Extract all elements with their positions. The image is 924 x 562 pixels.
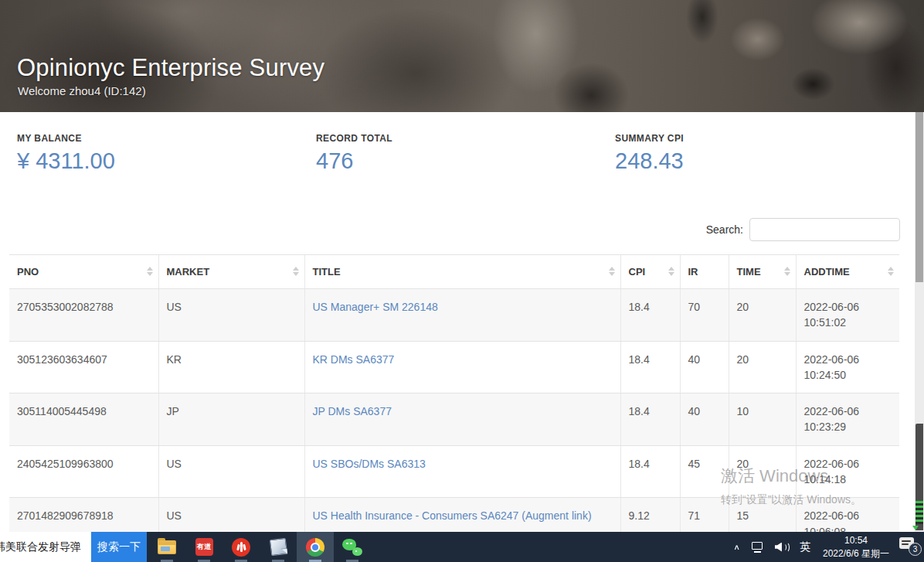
cell-title: JP DMs SA6377 bbox=[304, 393, 620, 446]
download-indicator[interactable] bbox=[916, 424, 923, 530]
column-header-addtime[interactable]: ADDTIME bbox=[796, 255, 899, 289]
stat-value: 248.43 bbox=[615, 148, 914, 174]
taskbar-apps: 有道 bbox=[148, 532, 371, 562]
cell-cpi: 18.4 bbox=[620, 289, 680, 342]
stat-value: ¥ 4311.00 bbox=[17, 148, 316, 174]
taskbar-item-youdao[interactable]: 有道 bbox=[185, 532, 223, 562]
taskbar-item-ximalaya[interactable] bbox=[223, 532, 260, 562]
notification-badge: 3 bbox=[909, 543, 922, 556]
taskbar-search-box[interactable]: 韩美联合发射导弹 bbox=[0, 532, 91, 562]
cell-pno: 2705353002082788 bbox=[9, 289, 158, 342]
cell-cpi: 18.4 bbox=[620, 341, 680, 393]
column-header-pno[interactable]: PNO bbox=[9, 255, 158, 289]
cell-pno: 305114005445498 bbox=[9, 393, 158, 446]
stats-row: MY BALANCE ¥ 4311.00 RECORD TOTAL 476 SU… bbox=[17, 133, 914, 174]
search-label: Search: bbox=[706, 223, 743, 236]
search-input[interactable] bbox=[749, 218, 900, 241]
cell-ir: 40 bbox=[680, 393, 729, 446]
download-arrow-icon bbox=[912, 526, 919, 530]
survey-title-link[interactable]: US Health Insurance - Consumers SA6247 (… bbox=[313, 509, 592, 522]
table-search: Search: bbox=[706, 218, 900, 241]
sort-icon[interactable] bbox=[888, 267, 894, 276]
speaker-icon bbox=[775, 542, 789, 553]
chevron-up-icon: ∧ bbox=[733, 543, 740, 551]
taskbar-item-notepad[interactable] bbox=[260, 532, 297, 562]
table-header-row: PNO MARKET TITLE CPI IR TIME ADDTIME bbox=[9, 255, 899, 289]
sort-icon[interactable] bbox=[609, 267, 615, 276]
cell-title: US SBOs/DMs SA6313 bbox=[304, 445, 620, 498]
tray-language[interactable]: 英 bbox=[794, 532, 816, 562]
stat-value: 476 bbox=[316, 148, 615, 174]
cell-ir: 45 bbox=[680, 445, 729, 498]
tray-network[interactable] bbox=[746, 532, 769, 562]
cell-addtime: 2022-06-06 10:23:29 bbox=[796, 393, 899, 446]
cell-ir: 70 bbox=[680, 289, 729, 342]
table-row: 2705353002082788 US US Manager+ SM 22614… bbox=[9, 289, 899, 342]
survey-title-link[interactable]: JP DMs SA6377 bbox=[313, 405, 392, 417]
cell-addtime: 2022-06-06 10:24:50 bbox=[796, 341, 899, 393]
tray-clock[interactable]: 10:54 2022/6/6 星期一 bbox=[816, 534, 896, 559]
column-header-time[interactable]: TIME bbox=[729, 255, 796, 289]
welcome-text: Welcome zhou4 (ID:142) bbox=[18, 84, 146, 97]
tray-notification-center[interactable]: 3 bbox=[896, 532, 922, 562]
survey-table: PNO MARKET TITLE CPI IR TIME ADDTIME 270… bbox=[9, 254, 899, 550]
page: Opinionyc Enterprise Survey Welcome zhou… bbox=[0, 0, 924, 562]
cell-cpi: 18.4 bbox=[620, 445, 680, 498]
cell-time: 10 bbox=[729, 393, 796, 446]
ximalaya-audio-icon bbox=[232, 538, 250, 557]
column-header-cpi[interactable]: CPI bbox=[620, 255, 680, 289]
cell-cpi: 18.4 bbox=[620, 393, 680, 446]
cell-time: 20 bbox=[729, 289, 796, 342]
file-explorer-icon bbox=[158, 540, 176, 554]
column-header-title[interactable]: TITLE bbox=[304, 255, 620, 289]
stat-my-balance: MY BALANCE ¥ 4311.00 bbox=[17, 133, 316, 174]
stat-summary-cpi: SUMMARY CPI 248.43 bbox=[615, 133, 914, 174]
cell-market: KR bbox=[158, 341, 304, 393]
chrome-browser-icon bbox=[306, 538, 324, 557]
survey-title-link[interactable]: US Manager+ SM 226148 bbox=[313, 301, 438, 313]
taskbar-search-text: 韩美联合发射导弹 bbox=[0, 540, 81, 554]
cell-time: 20 bbox=[729, 341, 796, 393]
cell-pno: 2405425109963800 bbox=[9, 445, 158, 498]
cell-addtime: 2022-06-06 10:51:02 bbox=[796, 289, 899, 342]
survey-title-link[interactable]: US SBOs/DMs SA6313 bbox=[313, 458, 426, 470]
sort-icon[interactable] bbox=[784, 267, 790, 276]
stat-label: MY BALANCE bbox=[17, 133, 316, 144]
sort-icon[interactable] bbox=[668, 267, 674, 276]
stat-label: RECORD TOTAL bbox=[316, 133, 615, 144]
taskbar-search-button[interactable]: 搜索一下 bbox=[91, 532, 147, 562]
notepad-icon bbox=[269, 538, 287, 556]
language-indicator: 英 bbox=[800, 540, 810, 554]
tray-show-hidden-icons[interactable]: ∧ bbox=[728, 532, 746, 562]
sort-icon[interactable] bbox=[293, 267, 299, 276]
cell-market: US bbox=[158, 445, 304, 498]
page-title: Opinionyc Enterprise Survey bbox=[17, 54, 324, 82]
table-row: 305123603634607 KR KR DMs SA6377 18.4 40… bbox=[9, 341, 899, 393]
tray-volume[interactable] bbox=[769, 532, 794, 562]
taskbar-item-file-explorer[interactable] bbox=[148, 532, 185, 562]
scrollbar-thumb[interactable] bbox=[916, 112, 923, 282]
cell-market: JP bbox=[158, 393, 304, 446]
cell-addtime: 2022-06-06 10:14:18 bbox=[796, 445, 899, 498]
taskbar-item-chrome[interactable] bbox=[297, 532, 334, 562]
download-progress-stripes bbox=[916, 501, 923, 524]
column-header-ir[interactable]: IR bbox=[680, 255, 729, 289]
table-row: 305114005445498 JP JP DMs SA6377 18.4 40… bbox=[9, 393, 899, 446]
network-icon bbox=[751, 542, 764, 553]
stat-record-total: RECORD TOTAL 476 bbox=[316, 133, 615, 174]
cell-time: 20 bbox=[729, 445, 796, 498]
system-tray: ∧ 英 10:54 2022/6/6 星期一 bbox=[728, 532, 924, 562]
column-header-market[interactable]: MARKET bbox=[158, 255, 304, 289]
cell-title: US Manager+ SM 226148 bbox=[304, 289, 620, 342]
cell-title: KR DMs SA6377 bbox=[304, 341, 620, 393]
windows-taskbar: 韩美联合发射导弹 搜索一下 有道 bbox=[0, 532, 924, 562]
table-row: 2405425109963800 US US SBOs/DMs SA6313 1… bbox=[9, 445, 899, 498]
cell-ir: 40 bbox=[680, 341, 729, 393]
hero-banner: Opinionyc Enterprise Survey Welcome zhou… bbox=[0, 0, 924, 112]
youdao-dict-icon: 有道 bbox=[195, 538, 213, 556]
cell-pno: 305123603634607 bbox=[9, 341, 158, 393]
survey-title-link[interactable]: KR DMs SA6377 bbox=[313, 353, 395, 366]
cell-market: US bbox=[158, 289, 304, 342]
sort-icon[interactable] bbox=[147, 267, 153, 276]
taskbar-item-wechat[interactable] bbox=[334, 532, 371, 562]
